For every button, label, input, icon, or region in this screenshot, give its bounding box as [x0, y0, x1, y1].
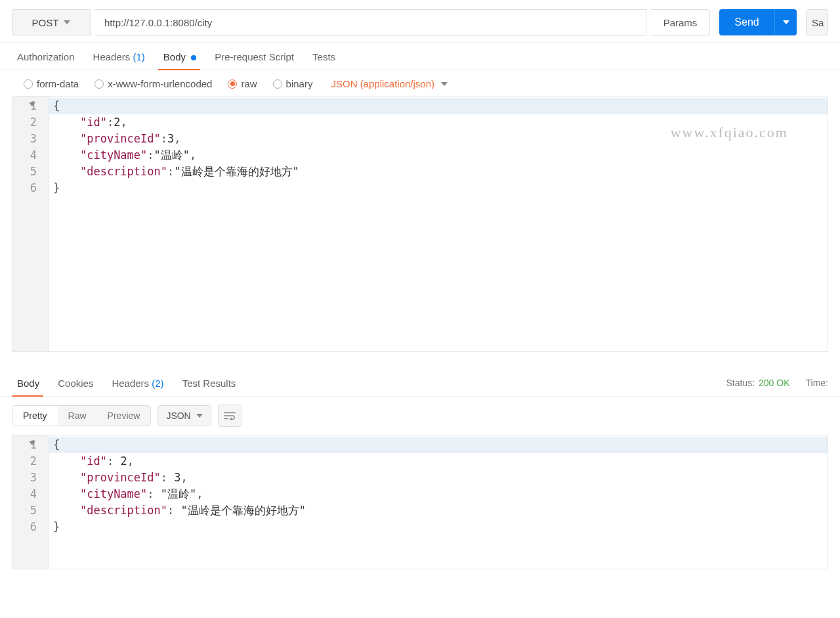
save-button[interactable]: Sa: [806, 9, 828, 35]
time-label: Time:: [806, 378, 828, 388]
radio-icon: [94, 79, 104, 89]
tab-headers-label: Headers: [93, 51, 131, 62]
tab-tests[interactable]: Tests: [307, 43, 348, 70]
http-method-select[interactable]: POST: [12, 9, 91, 35]
view-mode-group: Pretty Raw Preview: [12, 405, 151, 426]
line-gutter: 123456: [12, 97, 49, 351]
wrap-lines-button[interactable]: [218, 405, 242, 427]
resp-tab-headers-count: (2): [152, 378, 163, 389]
http-method-label: POST: [32, 17, 59, 28]
tab-body[interactable]: Body: [158, 43, 209, 70]
radio-icon: [228, 79, 237, 89]
body-type-options: form-data x-www-form-urlencoded raw bina…: [0, 70, 840, 96]
request-body-code: { "id":2, "provinceId":3, "cityName":"温岭…: [53, 98, 828, 196]
modified-dot-icon: [191, 55, 196, 60]
view-raw[interactable]: Raw: [58, 406, 97, 426]
view-pretty[interactable]: Pretty: [12, 406, 58, 426]
response-toolbar: Pretty Raw Preview JSON: [0, 397, 840, 435]
chevron-down-icon: [196, 414, 203, 418]
response-status: Status: 200 OK Time:: [726, 378, 828, 388]
radio-urlencoded[interactable]: x-www-form-urlencoded: [94, 78, 212, 89]
params-button[interactable]: Params: [651, 9, 710, 35]
radio-icon: [273, 79, 282, 89]
response-body-code: { "id": 2, "provinceId": 3, "cityName": …: [53, 437, 828, 535]
line-gutter: 123456: [12, 435, 49, 569]
request-body-editor[interactable]: 123456 { "id":2, "provinceId":3, "cityNa…: [12, 96, 828, 352]
send-dropdown[interactable]: [774, 9, 797, 35]
request-tabs: Authorization Headers (1) Body Pre-reque…: [0, 43, 840, 70]
chevron-down-icon: [441, 82, 448, 86]
radio-raw[interactable]: raw: [228, 78, 257, 89]
content-type-select[interactable]: JSON (application/json): [331, 78, 448, 89]
tab-headers-count: (1): [133, 51, 144, 62]
response-tabs-row: Body Cookies Headers (2) Test Results St…: [0, 369, 840, 397]
resp-tab-body[interactable]: Body: [12, 369, 52, 396]
status-label: Status:: [726, 378, 755, 388]
tab-prerequest[interactable]: Pre-request Script: [209, 43, 307, 70]
chevron-down-icon: [64, 20, 70, 24]
resp-tab-headers-label: Headers: [112, 378, 149, 389]
content-type-label: JSON (application/json): [331, 78, 434, 89]
resp-tab-testresults[interactable]: Test Results: [177, 369, 249, 396]
url-input[interactable]: [95, 9, 646, 35]
send-button[interactable]: Send: [719, 9, 774, 35]
response-body-editor[interactable]: 123456 { "id": 2, "provinceId": 3, "city…: [12, 435, 828, 569]
response-format-select[interactable]: JSON: [158, 405, 211, 426]
resp-tab-headers[interactable]: Headers (2): [106, 369, 177, 396]
response-format-label: JSON: [166, 410, 190, 421]
radio-binary[interactable]: binary: [273, 78, 313, 89]
tab-headers[interactable]: Headers (1): [88, 43, 158, 70]
resp-tab-cookies[interactable]: Cookies: [52, 369, 106, 396]
radio-form-data[interactable]: form-data: [24, 78, 79, 89]
tab-authorization[interactable]: Authorization: [12, 43, 88, 70]
request-bar: POST Params Send Sa: [0, 0, 840, 43]
view-preview[interactable]: Preview: [97, 406, 151, 426]
tab-body-label: Body: [163, 51, 186, 62]
wrap-icon: [224, 411, 236, 420]
status-code: 200 OK: [759, 378, 789, 388]
chevron-down-icon: [783, 20, 789, 24]
radio-icon: [24, 79, 33, 89]
